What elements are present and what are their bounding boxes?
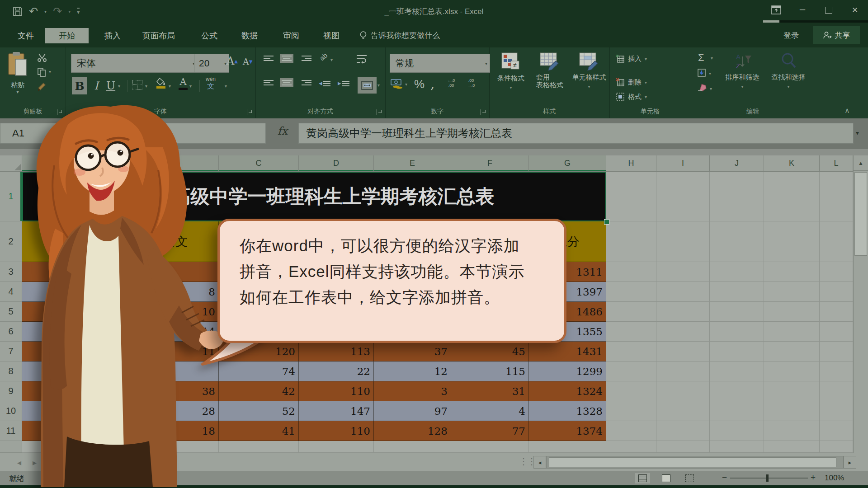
grid-cell[interactable]: [710, 342, 764, 361]
italic-button[interactable]: I: [90, 77, 103, 94]
top-align-icon[interactable]: [264, 56, 274, 61]
underline-dropdown-icon[interactable]: ▾: [118, 84, 120, 89]
grid-cell[interactable]: [820, 302, 853, 322]
grid-cell[interactable]: [606, 441, 656, 453]
maximize-button[interactable]: [816, 0, 842, 20]
grid-cell[interactable]: [606, 221, 656, 262]
alignment-dialog-launcher-icon[interactable]: [377, 109, 382, 115]
score-cell[interactable]: 128: [374, 421, 451, 441]
grid-cell[interactable]: [710, 282, 764, 302]
autosum-dropdown-icon[interactable]: ▾: [711, 56, 713, 61]
scrollbar-resize-dots[interactable]: ⋮⋮: [519, 456, 535, 467]
ribbon-display-options-icon[interactable]: [763, 0, 789, 20]
score-cell[interactable]: 110: [299, 421, 374, 441]
font-color-dropdown-icon[interactable]: ▾: [189, 84, 192, 89]
conditional-formatting-button[interactable]: ≠ 条件格式 ▾: [493, 52, 529, 90]
score-cell[interactable]: 113: [299, 342, 374, 361]
score-cell[interactable]: 45: [451, 342, 529, 361]
tab-insert[interactable]: 插入: [97, 28, 128, 43]
percent-style-button[interactable]: %: [414, 77, 425, 91]
clear-dropdown-icon[interactable]: ▾: [710, 86, 712, 91]
accounting-format-icon[interactable]: [391, 78, 403, 91]
score-cell[interactable]: 31: [451, 381, 529, 401]
grid-cell[interactable]: [606, 421, 656, 441]
merge-dropdown-icon[interactable]: ▾: [377, 83, 380, 88]
score-cell[interactable]: 3: [374, 381, 451, 401]
grid-cell[interactable]: [710, 262, 764, 282]
zoom-level[interactable]: 100%: [825, 474, 844, 483]
accounting-dropdown-icon[interactable]: ▾: [405, 82, 407, 87]
total-cell[interactable]: 1374: [529, 421, 606, 441]
grid-cell[interactable]: [764, 172, 820, 221]
close-button[interactable]: ✕: [842, 0, 868, 20]
total-cell[interactable]: 1431: [529, 342, 606, 361]
font-dialog-launcher-icon[interactable]: [247, 109, 253, 115]
column-header-J[interactable]: J: [710, 155, 764, 172]
grid-cell[interactable]: [656, 302, 710, 322]
grid-cell[interactable]: [710, 322, 764, 342]
find-select-button[interactable]: 查找和选择 ▾: [767, 52, 810, 89]
grid-cell[interactable]: [820, 441, 853, 453]
grid-cell[interactable]: [820, 342, 853, 361]
grid-cell[interactable]: [606, 322, 656, 342]
grid-cell[interactable]: [764, 302, 820, 322]
align-right-icon[interactable]: [302, 80, 311, 85]
fill-color-dropdown-icon[interactable]: ▾: [169, 84, 171, 89]
grid-cell[interactable]: [656, 221, 710, 262]
copy-dropdown-icon[interactable]: ▾: [49, 69, 51, 74]
score-cell[interactable]: 147: [299, 401, 374, 421]
grid-cell[interactable]: [764, 342, 820, 361]
total-cell[interactable]: 1328: [529, 401, 606, 421]
underline-button[interactable]: U: [104, 77, 117, 94]
column-header-H[interactable]: H: [606, 155, 656, 172]
horizontal-scroll-thumb[interactable]: [549, 457, 836, 467]
merge-center-button[interactable]: [358, 77, 377, 94]
grid-cell[interactable]: [656, 381, 710, 401]
phonetic-guide-button[interactable]: wén 文: [206, 76, 216, 90]
grid-cell[interactable]: [656, 342, 710, 361]
score-cell[interactable]: 77: [451, 421, 529, 441]
fill-button[interactable]: [697, 68, 706, 79]
grid-cell[interactable]: [820, 421, 853, 441]
total-cell[interactable]: 1299: [529, 361, 606, 381]
score-cell[interactable]: 110: [299, 381, 374, 401]
format-cells-button[interactable]: 格式▾: [616, 91, 647, 103]
delete-cells-button[interactable]: 删除▾: [616, 76, 647, 88]
column-header-F[interactable]: F: [451, 155, 529, 172]
decrease-indent-icon[interactable]: ◂: [319, 79, 330, 87]
format-painter-icon[interactable]: [37, 82, 47, 94]
fill-dropdown-icon[interactable]: ▾: [709, 71, 711, 76]
paste-button[interactable]: 粘贴 ▾: [7, 51, 28, 94]
grid-cell[interactable]: [606, 381, 656, 401]
tab-home[interactable]: 开始: [45, 28, 89, 43]
zoom-slider-thumb[interactable]: [766, 474, 769, 482]
grid-cell[interactable]: [764, 262, 820, 282]
font-name-combobox[interactable]: 宋体▾: [71, 54, 198, 73]
scroll-up-icon[interactable]: ▲: [854, 155, 868, 171]
vertical-scrollbar[interactable]: ▲: [853, 155, 868, 453]
minimize-button[interactable]: ─: [789, 0, 816, 20]
grid-cell[interactable]: [764, 421, 820, 441]
scroll-right-icon[interactable]: ▸: [844, 456, 856, 469]
grid-cell[interactable]: [606, 401, 656, 421]
phonetic-dropdown-icon[interactable]: ▾: [225, 84, 227, 89]
sort-filter-button[interactable]: AZ 排序和筛选 ▾: [721, 52, 764, 89]
grid-cell[interactable]: [656, 172, 710, 221]
tab-data[interactable]: 数据: [234, 28, 265, 43]
grid-cell[interactable]: [764, 221, 820, 262]
page-layout-view-icon[interactable]: [658, 473, 674, 483]
zoom-in-icon[interactable]: +: [811, 473, 816, 483]
grid-cell[interactable]: [820, 172, 853, 221]
collapse-ribbon-icon[interactable]: ∧: [844, 106, 850, 115]
insert-cells-button[interactable]: 插入▾: [616, 53, 647, 65]
column-header-G[interactable]: G: [529, 155, 606, 172]
font-size-combobox[interactable]: 20▾: [194, 54, 229, 73]
total-cell[interactable]: 1324: [529, 381, 606, 401]
tell-me-box[interactable]: 告诉我你想要做什么: [359, 28, 440, 43]
column-header-L[interactable]: L: [820, 155, 853, 172]
formula-bar-expand-icon[interactable]: ▾: [856, 129, 859, 136]
grid-cell[interactable]: [606, 172, 656, 221]
decrease-decimal-button[interactable]: .00 →.0: [463, 78, 479, 88]
grid-cell[interactable]: [764, 401, 820, 421]
tab-formulas[interactable]: 公式: [193, 28, 225, 43]
